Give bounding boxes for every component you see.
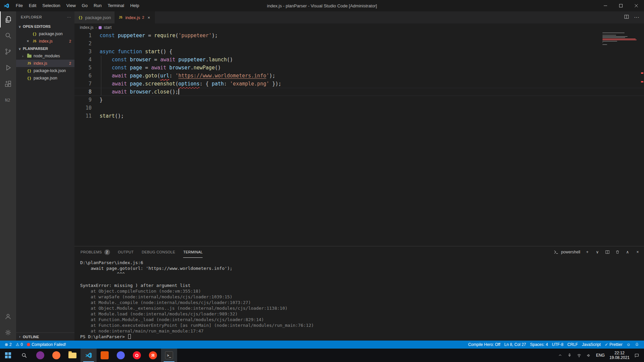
settings-gear-icon[interactable] bbox=[0, 324, 16, 341]
firefox-taskbar-button[interactable] bbox=[48, 349, 64, 362]
language-indicator[interactable]: ENG bbox=[596, 353, 605, 358]
compilation-status[interactable]: Compilation Failed! bbox=[25, 341, 68, 349]
panel-tab-debug-console[interactable]: DEBUG CONSOLE bbox=[142, 246, 175, 258]
vscode-taskbar-button[interactable] bbox=[80, 349, 97, 362]
volume-icon[interactable] bbox=[586, 353, 591, 358]
encoding[interactable]: UTF-8 bbox=[550, 341, 566, 349]
close-button[interactable] bbox=[629, 0, 644, 11]
account-icon[interactable] bbox=[0, 308, 16, 324]
yandex-browser-taskbar-button[interactable]: Я bbox=[145, 349, 161, 362]
search-taskbar-button[interactable] bbox=[16, 349, 32, 362]
breadcrumb-item[interactable]: index.js bbox=[80, 25, 94, 30]
code-line[interactable]: 8 await browser.close(); bbox=[74, 88, 644, 96]
code-editor[interactable]: 1const puppeteer = require('puppeteer');… bbox=[74, 32, 644, 246]
terminal-shell-selector[interactable]: powershell bbox=[553, 250, 580, 254]
code-line[interactable]: 2 bbox=[74, 40, 644, 48]
tab-label: package.json bbox=[85, 15, 111, 20]
split-editor-icon[interactable] bbox=[624, 14, 629, 21]
more-actions-icon[interactable]: ··· bbox=[634, 14, 639, 20]
close-tab-icon[interactable]: × bbox=[146, 15, 152, 20]
language-mode[interactable]: JavaScript bbox=[580, 341, 603, 349]
problems-warnings[interactable]: ⚠0 bbox=[14, 341, 25, 349]
compile-hero[interactable]: Compile Hero: Off bbox=[466, 341, 502, 349]
explorer-icon[interactable] bbox=[0, 11, 16, 27]
breadcrumb-separator: › bbox=[96, 25, 97, 29]
menu-selection[interactable]: Selection bbox=[39, 0, 63, 11]
minimize-button[interactable] bbox=[598, 0, 613, 11]
problems-errors[interactable]: ⊗2 bbox=[3, 341, 14, 349]
kill-terminal-icon[interactable] bbox=[614, 250, 621, 254]
menu-run[interactable]: Run bbox=[91, 0, 105, 11]
file-explorer-icon bbox=[68, 353, 76, 358]
code-line[interactable]: 6 await page.goto(url: 'https://www.worl… bbox=[74, 72, 644, 80]
notifications-icon[interactable] bbox=[634, 353, 639, 358]
code-line[interactable]: 3async function start() { bbox=[74, 48, 644, 56]
open-editor-item[interactable]: {}package.json bbox=[16, 30, 74, 38]
file-explorer-taskbar-button[interactable] bbox=[64, 349, 80, 362]
opera-taskbar-button[interactable]: O bbox=[129, 349, 145, 362]
menu-edit[interactable]: Edit bbox=[26, 0, 39, 11]
open-editors-header[interactable]: ∨ OPEN EDITORS bbox=[16, 23, 74, 30]
menu-terminal[interactable]: Terminal bbox=[105, 0, 127, 11]
run-debug-icon[interactable] bbox=[0, 60, 16, 76]
explorer-actions-icon[interactable]: ··· bbox=[67, 15, 71, 19]
file-tree-item[interactable]: {}package-lock.json bbox=[16, 67, 74, 74]
n2-extension-icon[interactable]: N2 bbox=[0, 92, 16, 108]
app-purple-taskbar-button[interactable] bbox=[32, 349, 48, 362]
network-icon[interactable] bbox=[577, 353, 582, 358]
line-number: 1 bbox=[74, 32, 100, 40]
close-editor-icon[interactable]: × bbox=[25, 39, 30, 44]
code-line[interactable]: 7 await page.screenshot(options: { path:… bbox=[74, 80, 644, 88]
terminal-output[interactable]: D:\planParser\index.js:6 await page.goto… bbox=[74, 258, 644, 341]
source-control-icon[interactable] bbox=[0, 44, 16, 60]
menu-view[interactable]: View bbox=[63, 0, 79, 11]
open-editor-item[interactable]: ×JSindex.js2 bbox=[16, 38, 74, 45]
extensions-icon[interactable] bbox=[0, 76, 16, 92]
breadcrumb-item[interactable]: start bbox=[104, 25, 111, 30]
app-orange-taskbar-button[interactable] bbox=[97, 349, 113, 362]
panel-tab-problems[interactable]: PROBLEMS2 bbox=[80, 246, 110, 258]
menu-help[interactable]: Help bbox=[127, 0, 142, 11]
line-number: 7 bbox=[74, 80, 100, 88]
notifications[interactable] bbox=[633, 341, 641, 349]
prettier[interactable]: ✓Prettier bbox=[603, 341, 625, 349]
code-line[interactable]: 10 bbox=[74, 104, 644, 112]
folder-section-header[interactable]: ∨ PLANPARSER bbox=[16, 45, 74, 52]
code-line[interactable]: 1const puppeteer = require('puppeteer'); bbox=[74, 32, 644, 40]
file-tree-item[interactable]: ›node_modules bbox=[16, 52, 74, 60]
menu-file[interactable]: File bbox=[13, 0, 26, 11]
discord-taskbar-button[interactable] bbox=[113, 349, 129, 362]
terminal-line: ^^^ bbox=[80, 271, 644, 277]
vscode-icon bbox=[85, 352, 92, 359]
windows-start-taskbar-button[interactable] bbox=[0, 349, 16, 362]
indentation[interactable]: Spaces: 4 bbox=[528, 341, 550, 349]
terminal-app-taskbar-button[interactable]: >_ bbox=[161, 349, 177, 362]
maximize-panel-icon[interactable]: ∧ bbox=[625, 250, 631, 254]
file-tree-item[interactable]: {}package.json bbox=[16, 74, 74, 82]
outline-section-header[interactable]: › OUTLINE bbox=[16, 333, 74, 341]
end-of-line[interactable]: CRLF bbox=[566, 341, 580, 349]
code-text: await page.goto(url: 'https://www.worldo… bbox=[100, 72, 275, 80]
panel-tab-terminal[interactable]: TERMINAL bbox=[183, 246, 203, 258]
search-icon[interactable] bbox=[0, 27, 16, 44]
panel-tab-output[interactable]: OUTPUT bbox=[118, 246, 134, 258]
code-line[interactable]: 9} bbox=[74, 96, 644, 104]
tray-chevron-up-icon[interactable] bbox=[558, 353, 562, 358]
terminal-prompt[interactable]: PS D:\planParser> bbox=[80, 334, 644, 340]
terminal-dropdown-icon[interactable]: ∨ bbox=[594, 250, 600, 254]
maximize-button[interactable] bbox=[613, 0, 629, 11]
code-line[interactable]: 5 const page = await browser.newPage() bbox=[74, 64, 644, 72]
split-terminal-icon[interactable] bbox=[604, 250, 610, 254]
code-line[interactable]: 4 const browser = await puppeteer.launch… bbox=[74, 56, 644, 64]
editor-tab-package.json[interactable]: {}package.json bbox=[74, 11, 115, 23]
editor-tab-index.js[interactable]: JSindex.js2× bbox=[115, 11, 155, 23]
menu-go[interactable]: Go bbox=[79, 0, 91, 11]
feedback[interactable]: ☺ bbox=[625, 341, 633, 349]
clock[interactable]: 22:12 19.08.2021 bbox=[609, 351, 630, 360]
new-terminal-icon[interactable]: + bbox=[584, 250, 590, 254]
cursor-position[interactable]: Ln 8, Col 27 bbox=[502, 341, 528, 349]
file-tree-item[interactable]: JSindex.js2 bbox=[16, 60, 74, 67]
mic-icon[interactable] bbox=[567, 353, 572, 358]
close-panel-icon[interactable]: × bbox=[635, 250, 641, 254]
code-line[interactable]: 11start(); bbox=[74, 112, 644, 120]
